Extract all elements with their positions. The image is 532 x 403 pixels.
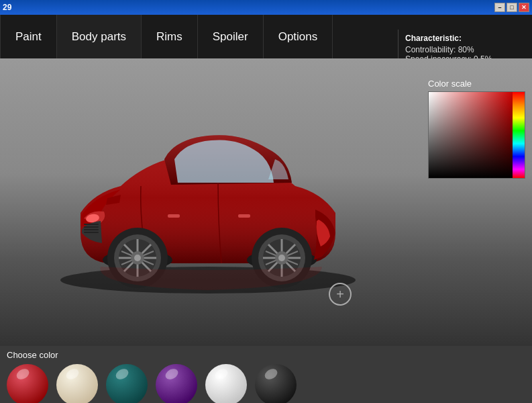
- swatch-ball-color3: [106, 364, 148, 403]
- color-gradient-main[interactable]: [429, 92, 513, 178]
- svg-rect-6: [168, 214, 180, 218]
- swatch-ball-color5: [205, 364, 247, 403]
- minimize-button[interactable]: –: [494, 3, 505, 12]
- menu-item-options[interactable]: Options: [264, 15, 333, 58]
- svg-rect-2: [84, 224, 99, 225]
- title-bar: 29 – □ ✕: [0, 0, 532, 15]
- choose-color-label: Choose color: [7, 350, 525, 360]
- svg-rect-3: [84, 226, 99, 228]
- window-title: 29: [3, 3, 11, 12]
- swatch-color6[interactable]: Color6: [255, 364, 297, 403]
- menu-bar: Paint Body parts Rims Spoiler Options Ch…: [0, 15, 532, 58]
- menu-item-body-parts[interactable]: Body parts: [57, 15, 142, 58]
- swatch-color1[interactable]: Color1: [7, 364, 48, 403]
- characteristic-title: Characteristic:: [405, 34, 525, 43]
- center-action-icon[interactable]: +: [329, 283, 352, 306]
- swatch-ball-color1: [7, 364, 48, 403]
- svg-rect-7: [238, 214, 250, 218]
- swatch-color2[interactable]: Color2: [56, 364, 98, 403]
- color-scale-label: Color scale: [428, 79, 525, 89]
- svg-point-31: [278, 255, 285, 261]
- swatch-color5[interactable]: Color5: [205, 364, 247, 403]
- menu-item-paint[interactable]: Paint: [0, 15, 57, 58]
- color-swatches: Color1Color2Color3Color4Color5Color6: [7, 364, 525, 403]
- bottom-panel: Choose color Color1Color2Color3Color4Col…: [0, 346, 532, 403]
- menu-item-spoiler[interactable]: Spoiler: [198, 15, 264, 58]
- svg-rect-4: [84, 229, 99, 230]
- swatch-color3[interactable]: Color3: [106, 364, 148, 403]
- swatch-ball-color6: [255, 364, 297, 403]
- svg-point-19: [134, 255, 141, 261]
- maximize-button[interactable]: □: [507, 3, 517, 12]
- window-controls: – □ ✕: [494, 3, 529, 12]
- swatch-ball-color2: [56, 364, 98, 403]
- controllability-text: Controllability: 80%: [405, 45, 525, 54]
- swatch-ball-color4: [156, 364, 197, 403]
- svg-rect-5: [84, 232, 99, 233]
- swatch-color4[interactable]: Color4: [156, 364, 197, 403]
- close-button[interactable]: ✕: [519, 3, 529, 12]
- color-scale-widget: Color scale: [428, 79, 525, 179]
- color-scale-box[interactable]: [428, 91, 525, 179]
- menu-item-rims[interactable]: Rims: [142, 15, 198, 58]
- car-svg: [40, 92, 376, 307]
- color-rainbow-strip[interactable]: [513, 92, 525, 178]
- main-viewport: Color scale +: [0, 58, 532, 346]
